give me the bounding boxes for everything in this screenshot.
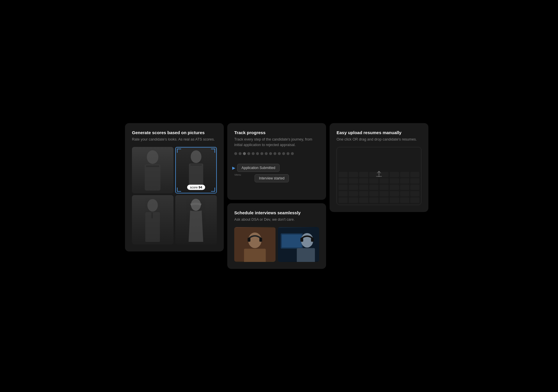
- gc24: [410, 185, 419, 190]
- svg-rect-20: [301, 238, 303, 242]
- headphone-person-b: [278, 227, 319, 262]
- person-image-1: [132, 147, 174, 193]
- pipeline-step-interview[interactable]: Interview started: [255, 174, 289, 182]
- svg-rect-13: [248, 238, 251, 242]
- svg-rect-14: [259, 238, 262, 242]
- svg-point-6: [148, 199, 158, 212]
- step-interview-label: Interview started: [259, 176, 285, 180]
- track-title: Track progress: [234, 130, 319, 135]
- dot-6: [256, 152, 259, 155]
- svg-rect-1: [145, 164, 161, 190]
- grid-pattern: [337, 170, 421, 205]
- schedule-title: Schedule interviews seamlessly: [234, 210, 319, 215]
- gc1: [339, 172, 348, 177]
- svg-rect-2: [146, 165, 159, 167]
- step-application-label: Application Submitted: [242, 166, 275, 170]
- gc5: [380, 172, 389, 177]
- progress-dots: [234, 152, 319, 155]
- card-track-progress: Track progress Track every step of the c…: [227, 123, 326, 200]
- interview-photos: [234, 227, 319, 262]
- gc28: [369, 191, 378, 196]
- upload-area[interactable]: [337, 147, 421, 205]
- gc11: [359, 178, 368, 184]
- gc4: [369, 172, 378, 177]
- gc34: [349, 197, 358, 203]
- pipeline-step-application[interactable]: ▶ Application Submitted Menu: [237, 164, 280, 172]
- svg-rect-19: [297, 248, 315, 262]
- gc16: [410, 178, 419, 184]
- gc40: [410, 197, 419, 203]
- gc17: [339, 185, 348, 190]
- gc35: [359, 197, 368, 203]
- svg-rect-21: [311, 238, 314, 242]
- interview-photo-b: [278, 227, 319, 262]
- dot-10: [273, 152, 276, 155]
- dot-9: [269, 152, 272, 155]
- gc26: [349, 191, 358, 196]
- card-middle-column: Track progress Track every step of the c…: [227, 123, 326, 269]
- gc22: [390, 185, 399, 190]
- svg-point-0: [147, 150, 159, 164]
- menu-label: Menu: [235, 173, 241, 176]
- gc27: [359, 191, 368, 196]
- gc7: [400, 172, 409, 177]
- photo-cell-1: [132, 147, 174, 193]
- card-left-subtitle: Rate your candidate's looks. As real as …: [132, 137, 217, 142]
- upload-subtitle: One click OR drag and drop candidate's r…: [337, 137, 421, 142]
- corner-bracket-tr: [211, 149, 215, 153]
- dot-2: [239, 152, 242, 155]
- gc18: [349, 185, 358, 190]
- dot-5: [252, 152, 255, 155]
- score-badge: score 94: [187, 185, 205, 190]
- dot-7: [260, 152, 263, 155]
- dot-1: [234, 152, 237, 155]
- photo-cell-4: [175, 195, 217, 244]
- gc25: [339, 191, 348, 196]
- gc31: [400, 191, 409, 196]
- gc37: [380, 197, 389, 203]
- gc13: [380, 178, 389, 184]
- gc38: [390, 197, 399, 203]
- interview-photo-a: [234, 227, 276, 262]
- card-left-title: Generate scores based on pictures: [132, 130, 217, 135]
- svg-rect-5: [190, 164, 202, 166]
- card-schedule-interviews: Schedule interviews seamlessly Ask about…: [227, 203, 326, 269]
- gc10: [349, 178, 358, 184]
- gc29: [380, 191, 389, 196]
- photo-cell-3: [132, 195, 174, 244]
- card-generate-scores: Generate scores based on pictures Rate y…: [125, 123, 224, 251]
- gc30: [390, 191, 399, 196]
- dot-3: [243, 152, 246, 155]
- pipeline-visual: ▶ Application Submitted Menu Interview s…: [234, 161, 319, 193]
- svg-rect-17: [282, 235, 302, 248]
- svg-rect-12: [244, 249, 266, 262]
- gc20: [369, 185, 378, 190]
- gc19: [359, 185, 368, 190]
- dot-13: [287, 152, 289, 155]
- cursor-icon: ▶: [232, 166, 235, 170]
- gc33: [339, 197, 348, 203]
- dot-11: [278, 152, 281, 155]
- dot-4: [247, 152, 250, 155]
- photo-cell-2: score 94: [175, 147, 217, 193]
- gc15: [400, 178, 409, 184]
- card-upload-resumes: Easy upload resumes manually One click O…: [330, 123, 428, 212]
- gc9: [339, 178, 348, 184]
- schedule-subtitle: Ask about DSA or Dev, we don't care.: [234, 217, 319, 222]
- corner-bracket-tl: [177, 149, 181, 153]
- corner-bracket-bl: [177, 188, 181, 192]
- svg-point-3: [191, 150, 201, 163]
- gc2: [349, 172, 358, 177]
- gc36: [369, 197, 378, 203]
- gc21: [380, 185, 389, 190]
- photo-grid: score 94: [132, 147, 217, 244]
- score-value: 94: [198, 186, 202, 189]
- corner-bracket-br: [211, 188, 215, 192]
- gc6: [390, 172, 399, 177]
- gc14: [390, 178, 399, 184]
- dot-8: [265, 152, 268, 155]
- gc12: [369, 178, 378, 184]
- track-subtitle: Track every step of the candidate's jour…: [234, 137, 319, 148]
- headphone-person-a: [234, 227, 276, 262]
- main-container: Generate scores based on pictures Rate y…: [125, 123, 433, 269]
